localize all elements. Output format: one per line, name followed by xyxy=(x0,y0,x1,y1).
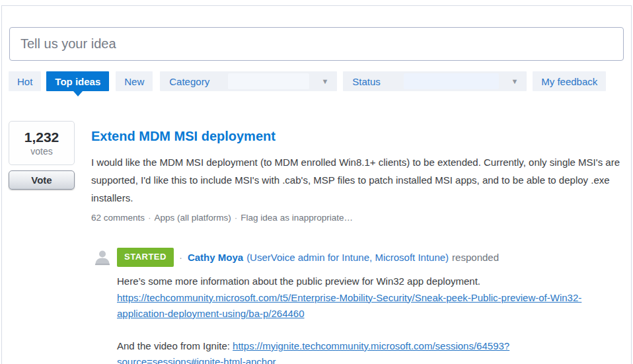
paragraph2-prefix: And the video from Ignite: xyxy=(117,340,233,351)
idea-title-link[interactable]: Extend MDM MSI deployment xyxy=(91,128,276,145)
idea-description: I would like the MDM MSI deployment (to … xyxy=(91,153,624,207)
category-selected-value xyxy=(228,73,309,89)
vote-count: 1,232 xyxy=(9,129,74,145)
tab-new-label: New xyxy=(124,76,144,87)
responded-label: responded xyxy=(452,250,499,265)
my-feedback-button[interactable]: My feedback xyxy=(533,71,606,91)
idea-meta-row: 62 comments·Apps (all platforms)·Flag id… xyxy=(91,212,625,224)
chevron-down-icon: ▼ xyxy=(511,77,518,85)
response-body: Here’s some more information about the p… xyxy=(117,273,615,364)
status-selected-value xyxy=(404,73,499,89)
idea-content: Extend MDM MSI deployment I would like t… xyxy=(91,128,625,364)
my-feedback-label: My feedback xyxy=(541,76,597,87)
response-paragraph: Here’s some more information about the p… xyxy=(117,273,615,290)
active-tab-pointer xyxy=(73,91,83,96)
admin-response: STARTED · Cathy Moya (UserVoice admin fo… xyxy=(91,248,625,364)
tab-hot-label: Hot xyxy=(17,76,32,87)
vote-count-box: 1,232 votes xyxy=(9,121,75,165)
meta-separator: · xyxy=(145,213,155,223)
admin-avatar xyxy=(94,248,111,266)
vote-module: 1,232 votes Vote xyxy=(9,121,75,190)
admin-role: (UserVoice admin for Intune, Microsoft I… xyxy=(246,250,449,265)
admin-name-link[interactable]: Cathy Moya xyxy=(188,250,243,265)
filter-tab-bar: Hot Top ideas New Category ▼ Status ▼ My… xyxy=(9,71,606,91)
forum-panel: Hot Top ideas New Category ▼ Status ▼ My… xyxy=(1,5,632,364)
tab-hot[interactable]: Hot xyxy=(9,71,41,91)
status-badge: STARTED xyxy=(117,248,174,267)
techcommunity-link[interactable]: https://techcommunity.microsoft.com/t5/E… xyxy=(117,292,581,320)
person-icon xyxy=(94,248,111,266)
response-link1-line: https://techcommunity.microsoft.com/t5/E… xyxy=(117,290,615,322)
category-dropdown-label: Category xyxy=(169,76,209,87)
response-header: STARTED · Cathy Moya (UserVoice admin fo… xyxy=(117,248,625,267)
tab-top-ideas-label: Top ideas xyxy=(55,76,100,87)
category-dropdown[interactable]: Category ▼ xyxy=(160,71,337,91)
idea-category-link[interactable]: Apps (all platforms) xyxy=(155,213,231,223)
chevron-down-icon: ▼ xyxy=(321,77,328,85)
flag-idea-link[interactable]: Flag idea as inappropriate… xyxy=(241,213,353,223)
meta-separator: · xyxy=(231,213,241,223)
status-dropdown[interactable]: Status ▼ xyxy=(343,71,527,91)
header-separator: · xyxy=(174,250,188,265)
idea-search-input[interactable] xyxy=(9,27,624,61)
vote-button[interactable]: Vote xyxy=(9,170,75,190)
tab-new[interactable]: New xyxy=(116,71,153,91)
status-dropdown-label: Status xyxy=(352,76,381,87)
votes-label: votes xyxy=(9,145,74,157)
response-paragraph2: And the video from Ignite: https://myign… xyxy=(117,338,615,364)
comments-count-link[interactable]: 62 comments xyxy=(91,213,145,223)
tab-top-ideas[interactable]: Top ideas xyxy=(46,71,109,91)
